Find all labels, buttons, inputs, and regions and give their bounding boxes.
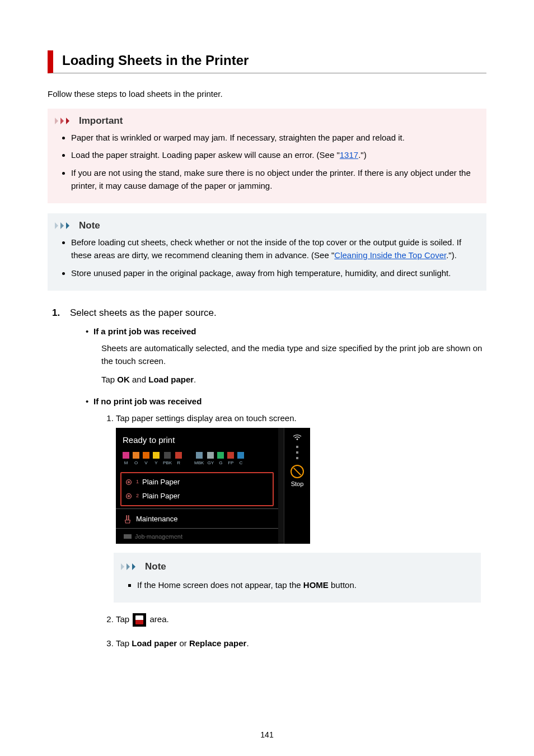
chevrons-icon bbox=[54, 116, 74, 125]
note-list: Before loading cut sheets, check whether… bbox=[54, 236, 477, 279]
important-item-text: Paper that is wrinkled or warped may jam… bbox=[71, 133, 405, 142]
scrollbar[interactable] bbox=[278, 428, 284, 544]
ink-level: O bbox=[133, 452, 139, 466]
stop-label: Stop bbox=[291, 479, 304, 489]
stop-icon[interactable] bbox=[291, 465, 304, 478]
ink-level: Y bbox=[153, 452, 160, 466]
ink-level: G bbox=[217, 452, 224, 466]
roll-icon bbox=[125, 492, 133, 500]
important-item-text: If you are not using the stand, make sur… bbox=[71, 168, 471, 190]
substep: Tap area. bbox=[116, 613, 486, 627]
svg-point-1 bbox=[128, 482, 130, 483]
case-item: If a print job was received Sheets are a… bbox=[86, 326, 486, 386]
important-item: Load the paper straight. Loading paper a… bbox=[71, 148, 477, 161]
ink-level: FP bbox=[227, 452, 234, 466]
note-list: If the Home screen does not appear, tap … bbox=[120, 578, 472, 591]
case-title: If no print job was received bbox=[93, 396, 486, 406]
svg-point-2 bbox=[127, 493, 132, 498]
note-item: If the Home screen does not appear, tap … bbox=[137, 578, 472, 591]
paper-settings-area[interactable]: 1 Plain Paper 2 Plain Paper bbox=[120, 472, 274, 506]
step-title: Select sheets as the paper source. bbox=[70, 307, 486, 319]
step-list: 1. Select sheets as the paper source. If… bbox=[52, 307, 486, 660]
case-paragraph: Tap OK and Load paper. bbox=[101, 373, 486, 386]
note-heading-text: Note bbox=[145, 559, 166, 574]
note-callout: Note Before loading cut sheets, check wh… bbox=[48, 213, 486, 291]
important-header: Important bbox=[54, 115, 477, 127]
step-number: 1. bbox=[52, 307, 64, 660]
note-item-text: Store unused paper in the original packa… bbox=[71, 268, 451, 278]
chevrons-icon bbox=[54, 221, 74, 230]
case-title: If a print job was received bbox=[93, 326, 486, 336]
ink-level: GY bbox=[207, 452, 214, 466]
ink-level: C bbox=[237, 452, 244, 466]
substep-text: Tap paper settings display area on touch… bbox=[116, 413, 297, 423]
ink-level: M bbox=[123, 452, 129, 466]
important-item-text: Load the paper straight. Loading paper a… bbox=[71, 150, 340, 160]
note-item: Before loading cut sheets, check whether… bbox=[71, 236, 477, 262]
svg-point-0 bbox=[127, 480, 132, 485]
svg-rect-5 bbox=[128, 515, 129, 520]
svg-point-3 bbox=[128, 495, 130, 497]
intro-text: Follow these steps to load sheets in the… bbox=[48, 89, 486, 99]
case-paragraph: Sheets are automatically selected, and t… bbox=[101, 342, 486, 368]
important-callout: Important Paper that is wrinkled or warp… bbox=[48, 109, 486, 203]
ink-row: MOVYPBKR MBKGYGFPC bbox=[116, 450, 278, 469]
important-list: Paper that is wrinkled or warped may jam… bbox=[54, 131, 477, 192]
ink-level: PBK bbox=[163, 452, 172, 466]
note-item-text-after: ."). bbox=[446, 250, 457, 260]
job-label: Job management bbox=[135, 532, 182, 542]
maintenance-icon bbox=[124, 515, 132, 524]
svg-point-6 bbox=[297, 438, 298, 440]
maintenance-label: Maintenance bbox=[136, 514, 177, 525]
ink-level: R bbox=[175, 452, 182, 466]
note-header: Note bbox=[54, 220, 477, 231]
paper-label: Plain Paper bbox=[142, 491, 180, 502]
important-item-text-after: .") bbox=[358, 150, 367, 160]
case-item: If no print job was received Tap paper s… bbox=[86, 396, 486, 650]
svg-rect-4 bbox=[126, 515, 127, 520]
paper-row: 2 Plain Paper bbox=[125, 489, 269, 503]
page-title-block: Loading Sheets in the Printer bbox=[48, 50, 486, 73]
maintenance-row[interactable]: Maintenance bbox=[116, 509, 278, 525]
sheet-area-icon bbox=[133, 613, 146, 627]
note-callout-inner: Note If the Home screen does not appear,… bbox=[114, 553, 481, 603]
important-heading-text: Important bbox=[79, 115, 123, 127]
substep: Tap Load paper or Replace paper. bbox=[116, 637, 486, 650]
note-item: Store unused paper in the original packa… bbox=[71, 267, 477, 279]
important-item: If you are not using the stand, make sur… bbox=[71, 166, 477, 193]
touchscreen-screenshot: Ready to print MOVYPBKR MBKGYGFPC bbox=[116, 428, 310, 544]
page-number: 141 bbox=[0, 730, 534, 739]
page-title: Loading Sheets in the Printer bbox=[62, 53, 486, 68]
chevrons-icon bbox=[120, 562, 140, 571]
ink-level: MBK bbox=[194, 452, 204, 466]
note-header: Note bbox=[120, 559, 472, 574]
note-heading-text: Note bbox=[79, 220, 100, 231]
substep: Tap paper settings display area on touch… bbox=[116, 412, 486, 603]
paper-label: Plain Paper bbox=[142, 477, 180, 488]
job-icon bbox=[124, 534, 132, 539]
wifi-icon bbox=[292, 433, 302, 441]
case-list: If a print job was received Sheets are a… bbox=[70, 326, 486, 650]
paper-row: 1 Plain Paper bbox=[125, 475, 269, 489]
substep-list: Tap paper settings display area on touch… bbox=[93, 412, 486, 650]
important-item: Paper that is wrinkled or warped may jam… bbox=[71, 131, 477, 144]
roll-icon bbox=[125, 478, 133, 486]
cleaning-link[interactable]: Cleaning Inside the Top Cover bbox=[334, 250, 446, 260]
job-row[interactable]: Job management bbox=[116, 529, 278, 544]
ink-level: V bbox=[143, 452, 149, 466]
error-code-link[interactable]: 1317 bbox=[340, 150, 358, 160]
screenshot-status-text: Ready to print bbox=[116, 428, 278, 450]
step: 1. Select sheets as the paper source. If… bbox=[52, 307, 486, 660]
